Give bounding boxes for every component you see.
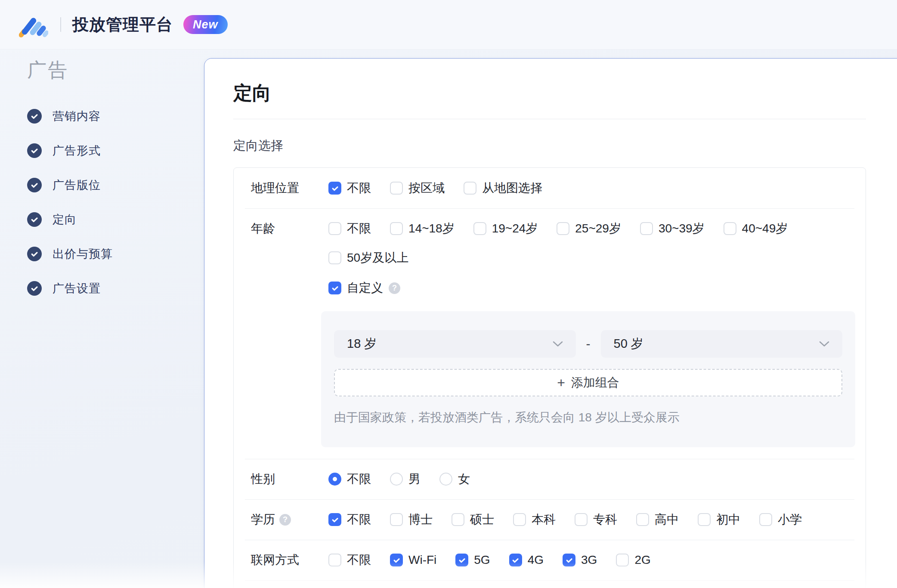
checkbox-icon[interactable] (575, 513, 588, 526)
age-option-4[interactable]: 30~39岁 (640, 220, 705, 237)
row-label-geo-location: 地理位置 (244, 179, 328, 197)
checkbox-icon[interactable] (390, 222, 403, 235)
checkbox-icon[interactable] (328, 251, 341, 264)
checkbox-checked-icon[interactable] (328, 282, 341, 294)
checkbox-checked-icon[interactable] (509, 554, 522, 566)
checkbox-checked-icon[interactable] (328, 513, 341, 526)
checkbox-checked-icon[interactable] (328, 182, 341, 195)
education-option-2[interactable]: 硕士 (452, 511, 494, 528)
checkbox-icon[interactable] (473, 222, 486, 235)
education-option-7[interactable]: 小学 (759, 511, 802, 528)
option-label: 3G (581, 551, 597, 569)
checkbox-icon[interactable] (616, 554, 629, 566)
age-min-select[interactable]: 18 岁 (334, 330, 576, 358)
network-type-option-3[interactable]: 4G (509, 551, 544, 569)
help-icon[interactable]: ? (279, 514, 291, 526)
option-label: 从地图选择 (482, 179, 542, 197)
row-label-network-type: 联网方式 (244, 551, 328, 569)
checkbox-checked-icon[interactable] (390, 554, 403, 566)
age-custom-option-0[interactable]: 自定义? (328, 279, 400, 297)
gender-option-2[interactable]: 女 (439, 470, 470, 488)
option-label: 硕士 (470, 511, 494, 528)
sidebar-item-label: 广告形式 (53, 143, 101, 158)
age-max-select[interactable]: 50 岁 (601, 330, 843, 358)
row-label-text: 学历 (251, 511, 275, 528)
gender-option-1[interactable]: 男 (390, 470, 421, 488)
checkbox-icon[interactable] (452, 513, 464, 526)
checkbox-icon[interactable] (759, 513, 772, 526)
sidebar-item-label: 定向 (53, 212, 77, 227)
option-label: 小学 (778, 511, 802, 528)
chevron-down-icon (553, 341, 563, 347)
checkbox-icon[interactable] (640, 222, 653, 235)
sidebar-item-ad-placement[interactable]: 广告版位 (0, 173, 204, 197)
option-label: 按区域 (408, 179, 445, 197)
checkbox-icon[interactable] (724, 222, 736, 235)
age-option-0[interactable]: 不限 (328, 220, 371, 237)
checkbox-icon[interactable] (513, 513, 526, 526)
add-combination-label: 添加组合 (571, 374, 619, 391)
checkbox-icon[interactable] (557, 222, 569, 235)
form-row-education: 学历?不限博士硕士本科专科高中初中小学 (234, 499, 866, 540)
geo-location-option-1[interactable]: 按区域 (390, 179, 445, 197)
form-row-custom-audience: 自定义人群?不限定向人群排除人群 (234, 580, 866, 588)
age-option-3[interactable]: 25~29岁 (557, 220, 621, 237)
option-label: Wi-Fi (408, 551, 436, 569)
option-label: 不限 (347, 551, 371, 569)
network-type-option-4[interactable]: 3G (563, 551, 597, 569)
age-policy-note: 由于国家政策，若投放酒类广告，系统只会向 18 岁以上受众展示 (334, 409, 842, 426)
range-separator: - (586, 337, 591, 351)
geo-location-option-0[interactable]: 不限 (328, 179, 371, 197)
sidebar: 广告 营销内容广告形式广告版位定向出价与预算广告设置 (0, 50, 204, 588)
checkbox-icon[interactable] (390, 182, 403, 195)
radio-icon[interactable] (439, 473, 452, 486)
sidebar-item-bid-budget[interactable]: 出价与预算 (0, 242, 204, 266)
option-label: 4G (528, 551, 544, 569)
education-option-1[interactable]: 博士 (390, 511, 433, 528)
network-type-option-5[interactable]: 2G (616, 551, 650, 569)
option-label: 初中 (716, 511, 740, 528)
checkbox-icon[interactable] (464, 182, 476, 195)
option-label: 25~29岁 (575, 220, 621, 237)
age-option-5[interactable]: 40~49岁 (724, 220, 788, 237)
checkbox-checked-icon[interactable] (455, 554, 468, 566)
education-option-4[interactable]: 专科 (575, 511, 617, 528)
sidebar-item-ad-settings[interactable]: 广告设置 (0, 277, 204, 300)
title-divider (233, 119, 866, 119)
radio-selected-icon[interactable] (328, 473, 341, 486)
sidebar-item-targeting[interactable]: 定向 (0, 208, 204, 231)
row-options-education: 不限博士硕士本科专科高中初中小学 (328, 511, 855, 528)
checkbox-checked-icon[interactable] (563, 554, 575, 566)
education-option-0[interactable]: 不限 (328, 511, 371, 528)
network-type-option-2[interactable]: 5G (455, 551, 490, 569)
row-options-age: 不限14~18岁19~24岁25~29岁30~39岁40~49岁50岁及以上自定… (328, 220, 855, 447)
add-combination-button[interactable]: +添加组合 (334, 369, 842, 396)
education-option-6[interactable]: 初中 (698, 511, 740, 528)
option-label: 博士 (408, 511, 433, 528)
row-options-gender: 不限男女 (328, 470, 855, 488)
option-label: 30~39岁 (659, 220, 705, 237)
geo-location-option-2[interactable]: 从地图选择 (464, 179, 542, 197)
checkbox-icon[interactable] (698, 513, 711, 526)
checkbox-icon[interactable] (636, 513, 649, 526)
sidebar-item-ad-format[interactable]: 广告形式 (0, 139, 204, 162)
education-option-5[interactable]: 高中 (636, 511, 679, 528)
network-type-option-0[interactable]: 不限 (328, 551, 371, 569)
checkbox-icon[interactable] (328, 222, 341, 235)
checkbox-icon[interactable] (390, 513, 403, 526)
row-label-age: 年龄 (244, 220, 328, 237)
network-type-option-1[interactable]: Wi-Fi (390, 551, 436, 569)
education-option-3[interactable]: 本科 (513, 511, 556, 528)
help-icon[interactable]: ? (389, 282, 400, 294)
age-option-2[interactable]: 19~24岁 (473, 220, 538, 237)
gender-option-0[interactable]: 不限 (328, 470, 371, 488)
brand-logo-icon (19, 10, 48, 39)
age-option-1[interactable]: 14~18岁 (390, 220, 455, 237)
sidebar-item-marketing-content[interactable]: 营销内容 (0, 105, 204, 128)
checkbox-icon[interactable] (328, 554, 341, 566)
row-label-text: 联网方式 (251, 551, 299, 569)
card-inner: 定向 定向选择 地理位置不限按区域从地图选择年龄不限14~18岁19~24岁25… (233, 81, 866, 588)
radio-icon[interactable] (390, 473, 403, 486)
age-option-6[interactable]: 50岁及以上 (328, 249, 408, 266)
option-label: 本科 (532, 511, 556, 528)
